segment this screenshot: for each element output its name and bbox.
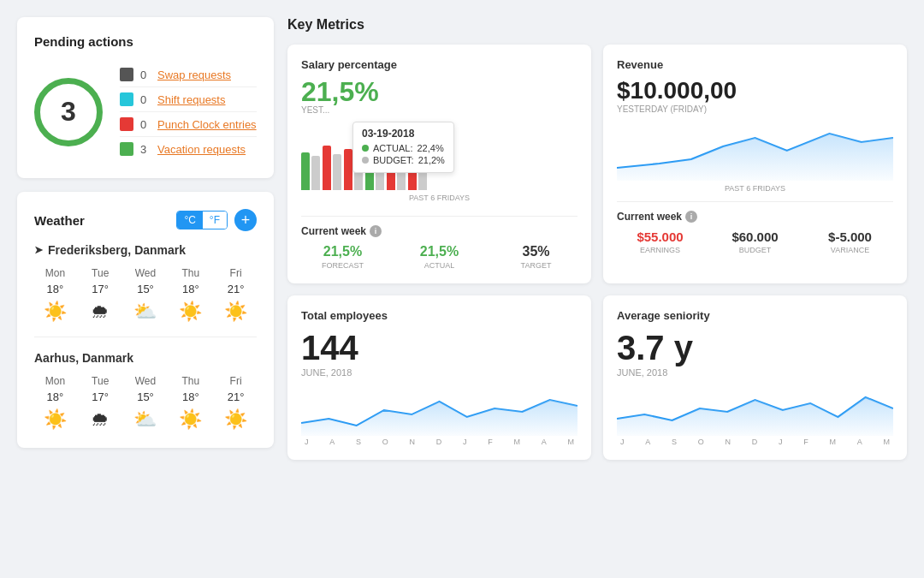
salary-chart-label: PAST 6 FRIDAYS [301, 194, 578, 202]
employees-svg [301, 384, 578, 436]
salary-target-value: 35% [495, 244, 578, 259]
day-thu-1: Thu 18° ☀️ [169, 267, 211, 323]
day-mon-1: Mon 18° ☀️ [34, 267, 76, 323]
weather-grid-2: Mon 18° ☀️ Tue 17° 🌧 Wed 15° ⛅ [34, 375, 257, 431]
shift-dot [120, 92, 133, 106]
bar-g2-actual [323, 146, 331, 190]
tooltip-budget-value: 21,2% [418, 155, 445, 165]
tooltip-actual-label: ACTUAL: [373, 143, 412, 153]
salary-actual: 21,5% ACTUAL [398, 244, 481, 270]
salary-actual-value: 21,5% [398, 244, 481, 259]
revenue-svg [617, 121, 893, 181]
metrics-grid-bottom: Total employees 144 JUNE, 2018 [287, 295, 907, 460]
salary-target-label: TARGET [495, 261, 578, 270]
revenue-budget-value: $60.000 [712, 229, 798, 244]
punch-link[interactable]: Punch Clock entries [157, 118, 257, 131]
day-fri-2: Fri 21° ☀️ [215, 375, 257, 431]
employees-title: Total employees [301, 309, 578, 322]
revenue-period: YESTERDAY (FRIDAY) [617, 104, 893, 114]
revenue-info-icon[interactable]: i [685, 211, 697, 223]
salary-forecast-label: FORECAST [301, 261, 384, 270]
location-name-1: ➤ Frederiksberg, Danmark [34, 243, 257, 257]
revenue-variance: $-5.000 VARIANCE [807, 229, 893, 254]
tooltip-date: 03-19-2018 [362, 128, 445, 140]
seniority-card: Average seniority 3.7 y JUNE, 2018 [603, 295, 907, 460]
pending-title: Pending actions [34, 34, 257, 49]
revenue-cw-title: Current week i [617, 201, 893, 223]
actions-list: 0 Swap requests 0 Shift requests 0 Punch… [120, 63, 257, 161]
revenue-title: Revenue [617, 58, 893, 71]
pending-actions-card: Pending actions 3 0 Swap requests 0 Shif… [17, 17, 274, 178]
location-name-2: Aarhus, Danmark [34, 351, 257, 365]
vacation-link[interactable]: Vacation requests [157, 143, 246, 156]
revenue-budget: $60.000 BUDGET [712, 229, 798, 254]
revenue-budget-label: BUDGET [712, 246, 798, 254]
metrics-grid-top: Salary percentage 21,5% YEST... 03-19-20… [287, 45, 907, 283]
seniority-value: 3.7 y [617, 329, 893, 367]
salary-info-icon[interactable]: i [370, 225, 382, 237]
right-col: Key Metrics Salary percentage 21,5% YEST… [287, 17, 907, 460]
tooltip-actual-dot [362, 145, 369, 152]
day-wed-1: Wed 15° ⛅ [125, 267, 167, 323]
weather-divider [34, 337, 257, 337]
salary-tooltip: 03-19-2018 ACTUAL: 22,4% BUDGET: 21,2% [352, 122, 454, 173]
day-fri-1: Fri 21° ☀️ [215, 267, 257, 323]
bar-group-2 [323, 146, 341, 190]
punch-count: 0 [140, 118, 151, 131]
day-tue-2: Tue 17° 🌧 [80, 375, 121, 431]
location-arrow-icon: ➤ [34, 244, 43, 256]
tooltip-actual-row: ACTUAL: 22,4% [362, 143, 445, 153]
celsius-btn[interactable]: °C [177, 212, 202, 229]
employees-months: J A S O N D J F M A M [301, 438, 578, 446]
salary-card: Salary percentage 21,5% YEST... 03-19-20… [287, 45, 591, 283]
salary-cw-values: 21,5% FORECAST 21,5% ACTUAL 35% TARGET [301, 244, 578, 270]
shift-link[interactable]: Shift requests [157, 93, 226, 106]
revenue-chart [617, 121, 893, 181]
revenue-value: $10.000,00 [617, 78, 893, 104]
vacation-count: 3 [140, 143, 151, 156]
salary-actual-label: ACTUAL [398, 261, 481, 270]
revenue-earnings-label: EARNINGS [617, 246, 703, 254]
temp-toggle: °C °F [176, 211, 228, 229]
day-tue-1: Tue 17° 🌧 [80, 267, 121, 323]
revenue-earnings-value: $55.000 [617, 229, 703, 244]
shift-count: 0 [140, 93, 151, 106]
key-metrics-title: Key Metrics [287, 17, 907, 33]
salary-forecast: 21,5% FORECAST [301, 244, 384, 270]
action-item-punch: 0 Punch Clock entries [120, 112, 257, 137]
revenue-earnings: $55.000 EARNINGS [617, 229, 703, 254]
seniority-svg [617, 384, 893, 436]
fahrenheit-btn[interactable]: °F [203, 212, 227, 229]
employees-card: Total employees 144 JUNE, 2018 [287, 295, 591, 460]
location-frederiksberg: ➤ Frederiksberg, Danmark Mon 18° ☀️ Tue … [34, 243, 257, 323]
swap-link[interactable]: Swap requests [157, 69, 231, 81]
salary-title: Salary percentage [301, 58, 578, 71]
tooltip-actual-value: 22,4% [417, 143, 443, 153]
seniority-title: Average seniority [617, 309, 893, 322]
day-wed-2: Wed 15° ⛅ [125, 375, 167, 431]
salary-value: 21,5% [301, 78, 578, 105]
action-item-swap: 0 Swap requests [120, 63, 257, 87]
seniority-months: J A S O N D J F M A M [617, 438, 893, 446]
revenue-variance-value: $-5.000 [807, 229, 893, 244]
day-thu-2: Thu 18° ☀️ [169, 375, 211, 431]
employees-value: 144 [301, 329, 578, 367]
revenue-variance-label: VARIANCE [807, 246, 893, 254]
weather-title: Weather [34, 213, 85, 228]
salary-cw-row: Current week i [301, 216, 578, 237]
bar-g2-budget [333, 154, 341, 190]
bar-g1-actual [301, 152, 310, 190]
punch-dot [120, 117, 133, 131]
employees-period: JUNE, 2018 [301, 367, 578, 378]
swap-count: 0 [140, 69, 151, 81]
day-mon-2: Mon 18° ☀️ [34, 375, 76, 431]
weather-grid-1: Mon 18° ☀️ Tue 17° 🌧 Wed 15° ⛅ [34, 267, 257, 323]
pending-badge: 3 [34, 78, 103, 146]
add-location-btn[interactable]: + [234, 209, 257, 231]
action-item-vacation: 3 Vacation requests [120, 137, 257, 161]
employees-chart [301, 384, 578, 436]
weather-header: Weather °C °F + [34, 209, 257, 231]
action-item-shift: 0 Shift requests [120, 87, 257, 112]
weather-card: Weather °C °F + ➤ Frederiksberg, Danmark [17, 192, 274, 448]
revenue-cw-values: $55.000 EARNINGS $60.000 BUDGET $-5.000 … [617, 229, 893, 254]
